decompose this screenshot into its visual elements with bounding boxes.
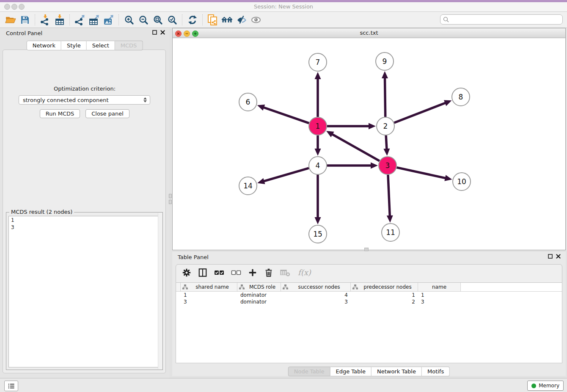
table-panel: Table Panel: [172, 252, 566, 376]
column-header-shared-name[interactable]: shared name: [181, 283, 237, 291]
show-graphics-details-icon[interactable]: [249, 13, 263, 27]
create-column-icon[interactable]: [248, 268, 257, 279]
show-hide-columns-icon[interactable]: [198, 268, 207, 279]
table-cell[interactable]: 3: [418, 298, 461, 305]
result-scrollbar[interactable]: [158, 213, 162, 369]
network-close-button[interactable]: [175, 30, 182, 37]
table-cell[interactable]: 3: [281, 298, 351, 305]
close-window-button[interactable]: [4, 4, 10, 10]
first-neighbors-icon[interactable]: [220, 13, 234, 27]
refresh-icon[interactable]: [185, 13, 200, 27]
graph-edge-2-3[interactable]: [386, 135, 387, 150]
zoom-in-icon[interactable]: [122, 13, 136, 27]
import-network-icon[interactable]: [38, 13, 52, 27]
table-row[interactable]: 1dominator411: [176, 292, 562, 298]
close-table-icon[interactable]: [556, 254, 561, 259]
graph-node-label: 14: [243, 182, 253, 190]
mcds-result-title: MCDS result (2 nodes): [9, 209, 74, 215]
zoom-window-button[interactable]: [19, 4, 25, 10]
minimize-window-button[interactable]: [11, 4, 17, 10]
graph-edge-2-8[interactable]: [394, 102, 447, 123]
criterion-select[interactable]: strongly connected component: [19, 95, 150, 105]
tab-network[interactable]: Network: [27, 41, 61, 50]
graph-edge-4-14[interactable]: [263, 168, 309, 182]
column-header-label: name: [420, 284, 459, 290]
open-session-icon[interactable]: [3, 13, 18, 27]
select-stepper-icon: [143, 97, 147, 102]
table-cell[interactable]: 1: [418, 292, 461, 298]
graph-node-label: 9: [383, 57, 387, 66]
optimization-criterion-label: Optimization criterion:: [0, 86, 169, 92]
float-panel-icon[interactable]: [152, 30, 157, 35]
row-gutter-cell: [176, 292, 181, 298]
tab-network-table[interactable]: Network Table: [372, 367, 422, 376]
graph-edge-3-11[interactable]: [388, 175, 390, 217]
zoom-fit-icon[interactable]: [151, 13, 165, 27]
network-resize-handle[interactable]: [364, 248, 369, 251]
tab-mcds[interactable]: MCDS: [115, 41, 143, 50]
run-mcds-button[interactable]: Run MCDS: [40, 109, 80, 118]
network-minimize-button[interactable]: [184, 30, 190, 37]
toolbar-separator: [202, 14, 203, 25]
tab-style[interactable]: Style: [61, 41, 87, 50]
float-table-icon[interactable]: [548, 254, 553, 259]
zoom-selected-icon[interactable]: [165, 13, 179, 27]
tab-motifs[interactable]: Motifs: [422, 367, 450, 376]
panel-splitter-handle[interactable]: [169, 200, 172, 204]
column-header-successor-nodes[interactable]: successor nodes: [281, 283, 351, 291]
export-network-icon[interactable]: [73, 13, 87, 27]
table-toolbar: f(x): [176, 264, 562, 283]
panel-splitter-handle[interactable]: [169, 194, 172, 198]
shared-column-icon: [239, 284, 245, 290]
graph-edge-arrowhead: [315, 217, 321, 224]
export-table-icon[interactable]: [87, 13, 102, 27]
table-cell[interactable]: 3: [181, 298, 237, 305]
table-cell[interactable]: 2: [351, 298, 418, 305]
table-cell[interactable]: 4: [281, 292, 351, 298]
column-header-label: MCDS role: [246, 284, 279, 290]
table-cell[interactable]: 1: [181, 292, 237, 298]
import-table-icon[interactable]: [52, 13, 67, 27]
select-all-icon[interactable]: [214, 268, 224, 279]
network-graph[interactable]: 1234678910111415: [173, 38, 565, 250]
table-cell[interactable]: 1: [351, 292, 418, 298]
graph-edge-3-10[interactable]: [396, 168, 446, 179]
network-window-titlebar[interactable]: scc.txt: [173, 28, 565, 38]
search-box[interactable]: [440, 14, 563, 25]
tab-node-table[interactable]: Node Table: [288, 367, 330, 376]
deselect-all-icon[interactable]: [231, 268, 241, 279]
table-cell[interactable]: dominator: [237, 298, 281, 305]
column-header-label: predecessor nodes: [359, 284, 416, 290]
graph-edge-2-9[interactable]: [385, 77, 385, 117]
export-image-icon[interactable]: [102, 13, 116, 27]
column-header-predecessor-nodes[interactable]: predecessor nodes: [351, 283, 418, 291]
graph-edge-3-1[interactable]: [331, 134, 379, 161]
table-row[interactable]: 3dominator323: [176, 298, 562, 305]
table-mode-gear-icon[interactable]: [182, 268, 191, 279]
column-header-MCDS-role[interactable]: MCDS role: [237, 283, 281, 291]
close-panel-icon[interactable]: [160, 30, 165, 35]
column-header-name[interactable]: name: [418, 283, 461, 291]
duplicate-network-icon[interactable]: [206, 13, 220, 27]
graph-node-label: 7: [316, 58, 320, 66]
save-session-icon[interactable]: [18, 13, 32, 27]
control-panel: Control Panel NetworkStyleSelectMCDS Opt…: [0, 28, 169, 378]
memory-status-icon: [531, 384, 536, 388]
graph-edge-arrowhead: [383, 149, 390, 156]
function-builder-icon: f(x): [297, 268, 311, 279]
tab-edge-table[interactable]: Edge Table: [330, 367, 371, 376]
shared-column-icon: [283, 284, 288, 290]
mcds-result-text[interactable]: 1 3: [8, 216, 160, 367]
graph-node-label: 15: [313, 230, 322, 238]
delete-columns-icon[interactable]: [264, 268, 273, 279]
memory-button[interactable]: Memory: [527, 381, 564, 391]
tab-select[interactable]: Select: [87, 41, 115, 50]
task-history-button[interactable]: [4, 381, 18, 391]
hide-graphics-details-icon[interactable]: [234, 13, 249, 27]
search-input[interactable]: [449, 16, 562, 23]
close-panel-button[interactable]: Close panel: [85, 109, 129, 118]
table-cell[interactable]: dominator: [237, 292, 281, 298]
zoom-out-icon[interactable]: [136, 13, 151, 27]
graph-edge-1-6[interactable]: [262, 107, 309, 123]
network-zoom-button[interactable]: [192, 30, 198, 37]
